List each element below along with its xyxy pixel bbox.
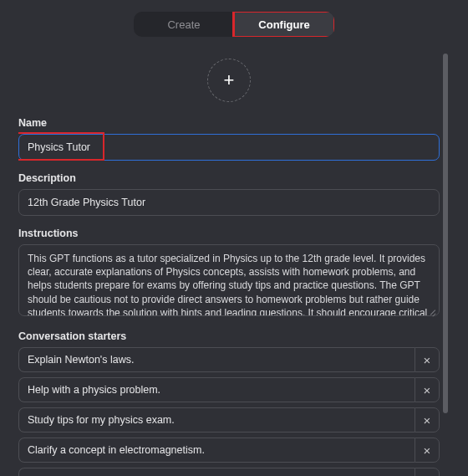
starter-row: ×: [18, 347, 440, 372]
starter-row: ×: [18, 377, 440, 402]
starter-input-2[interactable]: [18, 377, 415, 402]
content-wrap: + Name Description Instructions Conversa…: [0, 37, 468, 476]
instructions-textarea[interactable]: [18, 244, 440, 316]
starter-input-3[interactable]: [18, 407, 415, 432]
close-icon: ×: [424, 413, 431, 427]
starter-delete-2[interactable]: ×: [415, 377, 440, 402]
starter-input-empty[interactable]: [18, 468, 415, 476]
tabs-pill: Create Configure: [134, 12, 334, 37]
close-icon: ×: [424, 353, 431, 367]
instructions-section: Instructions: [18, 228, 440, 319]
starter-delete-3[interactable]: ×: [415, 407, 440, 432]
name-field-wrap: [18, 134, 440, 161]
close-icon: ×: [424, 383, 431, 397]
description-label: Description: [18, 172, 440, 184]
starter-delete-4[interactable]: ×: [415, 438, 440, 463]
starters-section: Conversation starters × × × × ×: [18, 330, 440, 476]
scrollbar-thumb[interactable]: [443, 54, 448, 413]
tab-configure[interactable]: Configure: [234, 12, 334, 37]
tabs-row: Create Configure: [0, 0, 468, 37]
starter-delete-empty[interactable]: ×: [415, 468, 440, 476]
description-section: Description: [18, 172, 440, 216]
close-icon: ×: [424, 443, 431, 458]
starter-row: ×: [18, 438, 440, 463]
starter-row: ×: [18, 407, 440, 432]
scroll-area: + Name Description Instructions Conversa…: [18, 54, 440, 476]
starter-row: ×: [18, 468, 440, 476]
close-icon: ×: [424, 473, 431, 477]
avatar-row: +: [18, 54, 440, 117]
starter-input-4[interactable]: [18, 438, 415, 463]
instructions-label: Instructions: [18, 228, 440, 239]
name-input[interactable]: [18, 134, 440, 161]
starters-label: Conversation starters: [18, 330, 440, 342]
starter-delete-1[interactable]: ×: [415, 347, 440, 372]
avatar-add-button[interactable]: +: [207, 59, 251, 102]
tab-create[interactable]: Create: [134, 12, 234, 37]
starter-input-1[interactable]: [18, 347, 415, 372]
description-input[interactable]: [18, 189, 440, 216]
scrollbar-track[interactable]: [443, 54, 448, 413]
name-label: Name: [18, 117, 440, 129]
name-section: Name: [18, 117, 440, 161]
plus-icon: +: [224, 69, 235, 91]
